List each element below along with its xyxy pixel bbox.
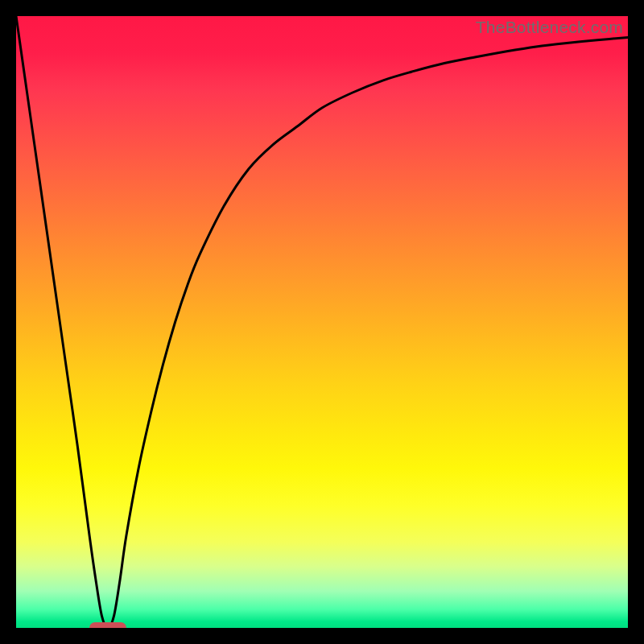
bottleneck-curve: [16, 16, 628, 628]
curve-layer: [16, 16, 628, 628]
optimal-point-marker: [89, 622, 126, 628]
plot-area: TheBottleneck.com: [16, 16, 628, 628]
chart-frame: TheBottleneck.com: [16, 16, 628, 628]
